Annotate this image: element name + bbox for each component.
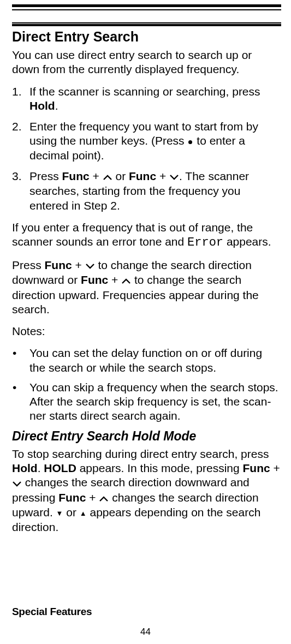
top-rule-thick <box>12 4 281 7</box>
steps-list: 1. If the scanner is scanning or searchi… <box>12 85 281 213</box>
hm-mid1: . <box>38 462 44 474</box>
step-text: Press <box>29 170 62 182</box>
func-key: Func <box>58 491 86 504</box>
error-post: appears. <box>223 235 271 248</box>
triangle-up-icon: ▲ <box>80 509 87 517</box>
error-code: Error <box>187 236 223 249</box>
func-key: Func <box>129 170 156 182</box>
hold-caps: HOLD <box>44 462 76 474</box>
chevron-down-icon <box>85 259 95 273</box>
dot-icon <box>188 140 192 144</box>
plus: + <box>108 273 121 286</box>
plus: + <box>86 491 99 504</box>
func-key: Func <box>62 170 90 182</box>
plus: + <box>90 170 103 182</box>
section-rule-thick <box>12 24 281 26</box>
step-number: 1. <box>12 85 22 99</box>
section-heading: Direct Entry Search <box>12 29 281 45</box>
chevron-down-icon <box>12 476 22 491</box>
note-item: You can set the delay function on or off… <box>12 346 281 375</box>
plus: + <box>270 462 280 474</box>
or-text: or <box>63 506 79 518</box>
chevron-up-icon <box>99 491 109 505</box>
top-rule-thin <box>12 9 281 10</box>
section-rule-thin <box>12 22 281 23</box>
func-key: Func <box>243 462 270 474</box>
direction-paragraph: Press Func + to change the search direct… <box>12 258 281 317</box>
step-1: 1. If the scanner is scanning or searchi… <box>12 85 281 114</box>
hm-pre: To stop searching during direct entry se… <box>12 448 269 460</box>
or-text: or <box>112 170 129 182</box>
holdmode-paragraph: To stop searching during direct entry se… <box>12 447 281 534</box>
page-number: 44 <box>0 627 291 637</box>
footer-title: Special Features <box>12 606 92 618</box>
chevron-up-icon <box>121 273 131 288</box>
step-3: 3. Press Func + or Func + . The scanner … <box>12 169 281 213</box>
intro-paragraph: You can use direct entry search to searc… <box>12 48 281 77</box>
step-text-post: . <box>55 99 58 112</box>
hold-key: Hold <box>12 462 38 474</box>
error-paragraph: If you enter a frequency that is out of … <box>12 220 281 251</box>
dir-pre: Press <box>12 259 45 271</box>
chevron-up-icon <box>103 170 112 184</box>
step-number: 3. <box>12 169 22 183</box>
hold-key: Hold <box>29 99 55 112</box>
notes-list: You can set the delay function on or off… <box>12 346 281 423</box>
func-key: Func <box>45 259 72 271</box>
step-2: 2. Enter the frequency you want to start… <box>12 120 281 163</box>
triangle-down-icon: ▼ <box>56 509 63 517</box>
hm-mid2: appears. In this mode, pressing <box>76 462 243 474</box>
notes-label: Notes: <box>12 324 281 338</box>
subsection-heading: Direct Entry Search Hold Mode <box>12 429 281 444</box>
step-text: If the scanner is scanning or searching,… <box>29 85 260 98</box>
step-number: 2. <box>12 120 22 134</box>
chevron-down-icon <box>169 170 179 184</box>
plus: + <box>156 170 169 182</box>
plus: + <box>72 259 85 271</box>
note-item: You can skip a frequency when the search… <box>12 380 281 424</box>
func-key: Func <box>81 273 108 286</box>
